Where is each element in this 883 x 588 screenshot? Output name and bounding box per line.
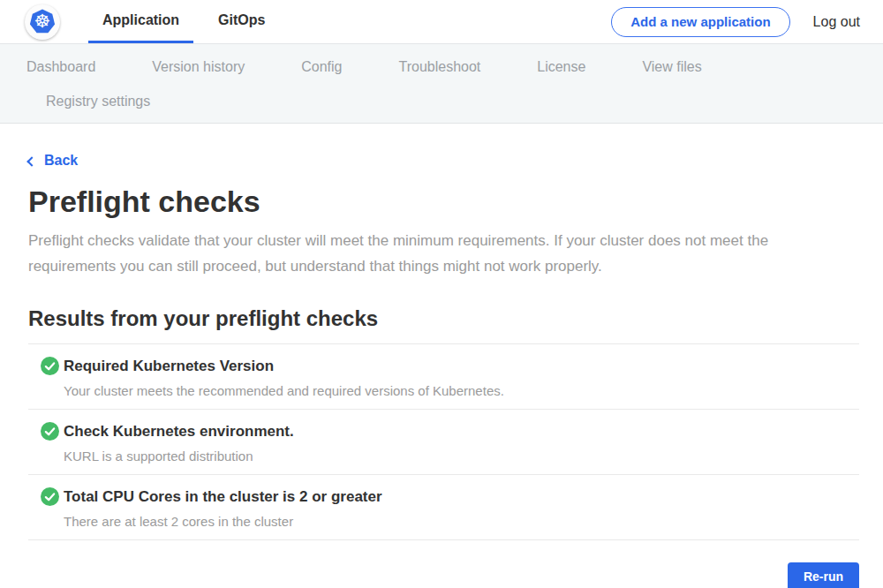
results-heading: Results from your preflight checks <box>28 306 855 331</box>
add-application-button[interactable]: Add a new application <box>611 7 789 37</box>
logout-link[interactable]: Log out <box>813 14 860 30</box>
subnav-item-troubleshoot[interactable]: Troubleshoot <box>398 58 480 76</box>
page-title: Preflight checks <box>28 184 855 219</box>
preflight-result-row: Required Kubernetes Version Your cluster… <box>28 344 859 410</box>
tab-application[interactable]: Application <box>88 0 193 43</box>
helm-wheel-icon: ☸ <box>34 12 51 31</box>
page-description: Preflight checks validate that your clus… <box>28 228 855 279</box>
app-subnav: Dashboard Version history Config Trouble… <box>0 44 883 124</box>
result-message: KURL is a supported distribution <box>64 449 294 464</box>
subnav-row-2: Registry settings <box>26 93 883 110</box>
back-link-label: Back <box>44 153 78 169</box>
subnav-item-config[interactable]: Config <box>301 58 342 76</box>
result-text: Required Kubernetes Version Your cluster… <box>64 357 504 398</box>
kubernetes-heptagon: ☸ <box>28 8 57 35</box>
top-nav-right: Add a new application Log out <box>611 0 883 43</box>
subnav-item-dashboard[interactable]: Dashboard <box>26 58 95 76</box>
subnav-item-registry-settings[interactable]: Registry settings <box>46 93 150 110</box>
kubernetes-logo[interactable]: ☸ <box>25 4 60 40</box>
result-text: Total CPU Cores in the cluster is 2 or g… <box>64 487 382 529</box>
actions-bar: Re-run <box>28 562 859 588</box>
chevron-left-icon <box>26 156 36 166</box>
preflight-results-list: Required Kubernetes Version Your cluster… <box>28 343 859 540</box>
back-link[interactable]: Back <box>28 153 78 169</box>
preflight-page: Back Preflight checks Preflight checks v… <box>0 124 883 588</box>
subnav-item-version-history[interactable]: Version history <box>152 58 245 76</box>
check-circle-icon <box>41 487 59 506</box>
result-message: There are at least 2 cores in the cluste… <box>64 514 382 529</box>
rerun-button[interactable]: Re-run <box>788 562 859 588</box>
subnav-row-1: Dashboard Version history Config Trouble… <box>26 58 883 76</box>
subnav-item-view-files[interactable]: View files <box>642 58 701 76</box>
check-circle-icon <box>41 422 59 441</box>
top-tab-bar: Application GitOps <box>88 0 279 43</box>
result-title: Total CPU Cores in the cluster is 2 or g… <box>64 487 382 506</box>
preflight-result-row: Total CPU Cores in the cluster is 2 or g… <box>28 475 859 540</box>
result-text: Check Kubernetes environment. KURL is a … <box>64 422 294 464</box>
check-circle-icon <box>41 357 59 375</box>
result-message: Your cluster meets the recommended and r… <box>64 383 504 398</box>
subnav-item-license[interactable]: License <box>537 58 585 76</box>
top-nav: ☸ Application GitOps Add a new applicati… <box>0 0 883 44</box>
tab-gitops[interactable]: GitOps <box>204 0 279 43</box>
preflight-result-row: Check Kubernetes environment. KURL is a … <box>28 410 859 475</box>
result-title: Required Kubernetes Version <box>64 357 504 375</box>
result-title: Check Kubernetes environment. <box>64 422 294 441</box>
